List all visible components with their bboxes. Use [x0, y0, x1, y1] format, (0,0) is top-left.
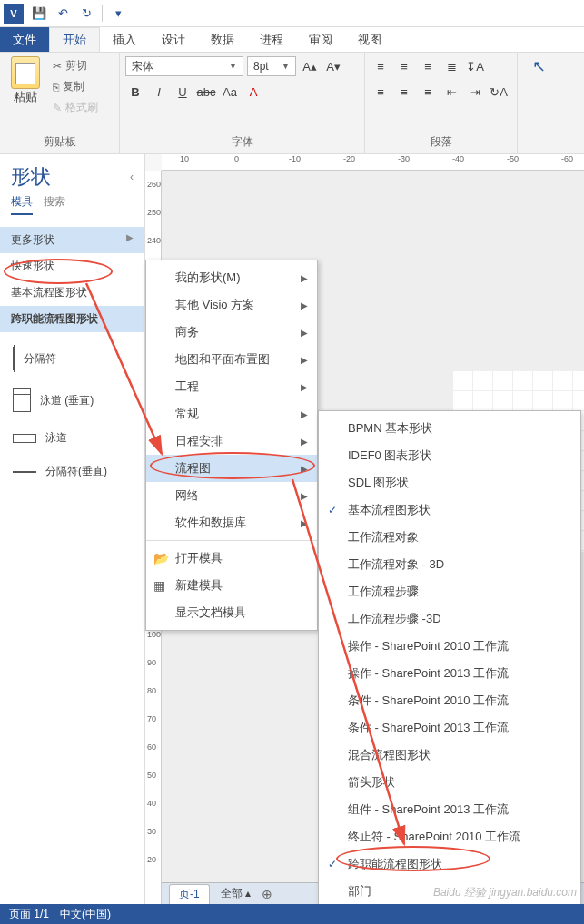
submenu-item[interactable]: 混合流程图形状 [319, 742, 580, 769]
submenu-item[interactable]: 操作 - SharePoint 2013 工作流 [319, 660, 580, 687]
redo-icon[interactable]: ↻ [76, 4, 96, 24]
ribbon: 粘贴 ✂剪切 ⎘复制 ✎格式刷 剪贴板 宋体▼ 8pt▼ A▴ A▾ B I U… [0, 53, 584, 154]
submenu-item[interactable]: 终止符 - SharePoint 2010 工作流 [319, 823, 580, 850]
pointer-tool-button[interactable]: ↖ [529, 56, 549, 76]
bold-button[interactable]: B [125, 82, 145, 102]
align-middle-button[interactable]: ≡ [394, 56, 414, 76]
submenu-item[interactable]: IDEF0 图表形状 [319, 442, 580, 469]
menu-item[interactable]: 商务▶ [146, 319, 317, 346]
submenu-item[interactable]: 条件 - SharePoint 2013 工作流 [319, 714, 580, 742]
font-name-combo[interactable]: 宋体▼ [125, 56, 243, 76]
submenu-item[interactable]: ✓基本流程图形状 [319, 496, 580, 524]
align-left-button[interactable]: ≡ [371, 82, 391, 102]
shapes-tab-stencil[interactable]: 模具 [11, 194, 33, 215]
stencil-lane-v[interactable]: 泳道 (垂直) [0, 379, 144, 421]
submenu-item[interactable]: 条件 - SharePoint 2010 工作流 [319, 687, 580, 714]
align-bottom-button[interactable]: ≡ [418, 56, 438, 76]
shape-item-more[interactable]: 更多形状▶ [0, 227, 144, 253]
change-case-button[interactable]: Aa [220, 82, 240, 102]
tab-insert[interactable]: 插入 [100, 27, 149, 52]
tab-home[interactable]: 开始 [49, 27, 100, 52]
submenu-item[interactable]: 工作流程对象 - 3D [319, 551, 580, 578]
tab-design[interactable]: 设计 [149, 27, 198, 52]
submenu-item[interactable]: 组件 - SharePoint 2013 工作流 [319, 796, 580, 823]
menu-item[interactable]: 软件和数据库▶ [146, 509, 317, 536]
menu-item-label: 其他 Visio 方案 [175, 297, 254, 313]
qat-customize-icon[interactable]: ▾ [108, 4, 128, 24]
align-right-button[interactable]: ≡ [418, 82, 438, 102]
paste-button[interactable]: 粘贴 [5, 56, 45, 105]
submenu-item[interactable]: 工作流程步骤 [319, 578, 580, 605]
lane-v-icon [13, 388, 31, 412]
increase-indent-button[interactable]: ⇥ [465, 82, 485, 102]
save-icon[interactable]: 💾 [29, 4, 49, 24]
menu-item[interactable]: ▦新建模具 [146, 572, 317, 599]
menu-item-label: 打开模具 [175, 550, 223, 566]
cut-button[interactable]: ✂剪切 [49, 56, 102, 75]
chevron-right-icon: ▶ [301, 328, 308, 338]
pool-icon [13, 434, 36, 443]
menu-item[interactable]: 地图和平面布置图▶ [146, 346, 317, 373]
shape-item-basic[interactable]: 基本流程图形状 [0, 280, 144, 306]
new-page-icon[interactable]: ⊕ [262, 887, 272, 901]
chevron-right-icon: ▶ [301, 464, 308, 474]
page-tab-1[interactable]: 页-1 [169, 884, 210, 904]
grow-font-button[interactable]: A▴ [300, 56, 320, 76]
stencil-label: 分隔符(垂直) [45, 464, 107, 479]
tab-view[interactable]: 视图 [345, 27, 394, 52]
status-page: 页面 1/1 [9, 907, 49, 922]
page-tab-all[interactable]: 全部 ▴ [221, 886, 251, 901]
collapse-panel-icon[interactable]: ‹ [130, 171, 134, 183]
submenu-item[interactable]: 工作流程对象 [319, 524, 580, 551]
format-painter-button[interactable]: ✎格式刷 [49, 98, 102, 117]
tab-file[interactable]: 文件 [0, 27, 49, 52]
tab-review[interactable]: 审阅 [296, 27, 345, 52]
align-center-button[interactable]: ≡ [394, 82, 414, 102]
menu-item[interactable]: 网络▶ [146, 482, 317, 509]
align-top-button[interactable]: ≡ [371, 56, 391, 76]
menu-item[interactable]: 我的形状(M)▶ [146, 264, 317, 291]
submenu-item-label: BPMN 基本形状 [348, 420, 432, 437]
shapes-tab-search[interactable]: 搜索 [44, 194, 65, 215]
submenu-item[interactable]: 箭头形状 [319, 769, 580, 796]
submenu-item[interactable]: BPMN 基本形状 [319, 415, 580, 442]
submenu-item[interactable]: 操作 - SharePoint 2010 工作流 [319, 633, 580, 660]
bullets-button[interactable]: ≣ [441, 56, 461, 76]
copy-button[interactable]: ⎘复制 [49, 77, 102, 96]
menu-item[interactable]: 显示文档模具 [146, 599, 317, 626]
text-direction-button[interactable]: ↧A [465, 56, 485, 76]
tab-process[interactable]: 进程 [247, 27, 296, 52]
ruler-horizontal: 100-10-20-30-40-50-60 [162, 154, 584, 171]
menu-item[interactable]: 日程安排▶ [146, 428, 317, 455]
shape-item-quick[interactable]: 快速形状 [0, 253, 144, 280]
menu-item[interactable]: 工程▶ [146, 373, 317, 400]
tab-data[interactable]: 数据 [198, 27, 247, 52]
stencil-pool[interactable]: 泳道 [0, 421, 144, 455]
submenu-item-label: 条件 - SharePoint 2010 工作流 [348, 693, 509, 709]
stencil-separator-v[interactable]: 分隔符(垂直) [0, 455, 144, 488]
italic-button[interactable]: I [149, 82, 169, 102]
undo-icon[interactable]: ↶ [53, 4, 73, 24]
submenu-item[interactable]: ✓跨职能流程图形状 [319, 850, 580, 878]
submenu-item[interactable]: SDL 图形状 [319, 469, 580, 496]
menu-item[interactable]: 📂打开模具 [146, 545, 317, 572]
stencil-separator[interactable]: 分隔符 [0, 338, 144, 379]
submenu-item-label: 工作流程步骤 -3D [348, 611, 441, 627]
menu-item[interactable]: 其他 Visio 方案▶ [146, 291, 317, 319]
font-size-combo[interactable]: 8pt▼ [247, 56, 296, 76]
shape-item-crossfunc[interactable]: 跨职能流程图形状 [0, 306, 144, 332]
menu-item[interactable]: 流程图▶ [146, 455, 317, 482]
underline-button[interactable]: U [173, 82, 193, 102]
chevron-right-icon: ▶ [301, 409, 308, 419]
decrease-indent-button[interactable]: ⇤ [441, 82, 461, 102]
font-color-button[interactable]: A [243, 82, 263, 102]
strike-button[interactable]: abc [196, 82, 216, 102]
submenu-item[interactable]: 工作流程步骤 -3D [319, 605, 580, 633]
rotate-text-button[interactable]: ↻A [489, 82, 509, 102]
check-icon: ✓ [328, 504, 337, 516]
font-size-value: 8pt [253, 60, 269, 73]
shrink-font-button[interactable]: A▾ [323, 56, 343, 76]
menu-item[interactable]: 常规▶ [146, 400, 317, 428]
chevron-right-icon: ▶ [301, 355, 308, 365]
chevron-right-icon: ▶ [126, 232, 134, 242]
